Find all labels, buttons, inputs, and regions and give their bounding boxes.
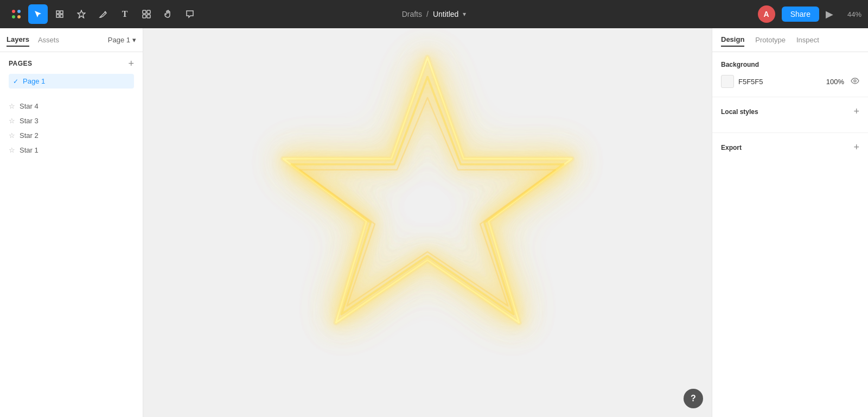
pages-section-header: Pages + (9, 59, 134, 68)
move-tool-button[interactable] (28, 4, 48, 24)
add-export-button[interactable]: + (853, 142, 859, 153)
layer-label-star2: Star 2 (20, 131, 39, 140)
layers-section: ☆ Star 4 ☆ Star 3 ☆ Star 2 ☆ Star 1 (0, 95, 143, 157)
topbar-right: A Share ▶ 44% (758, 5, 861, 23)
background-section-header: Background (721, 61, 859, 68)
pages-list: ✓ Page 1 (9, 74, 134, 89)
left-panel-tabs: Layers Assets Page 1 ▾ (0, 28, 143, 52)
add-page-button[interactable]: + (128, 59, 134, 68)
shape-tool-button[interactable] (72, 4, 91, 24)
hand-tool-button[interactable] (158, 4, 178, 24)
toolbar-left: T (7, 4, 200, 24)
right-panel: Design Prototype Inspect Background F5F5… (712, 28, 868, 417)
app-menu-button[interactable] (7, 4, 26, 24)
svg-point-2 (12, 15, 15, 18)
svg-rect-6 (56, 15, 59, 17)
svg-rect-13 (147, 15, 150, 18)
export-section-title: Export (721, 144, 742, 151)
svg-marker-18 (291, 77, 563, 314)
svg-rect-12 (143, 15, 146, 18)
background-color-swatch[interactable] (721, 75, 734, 88)
svg-rect-7 (60, 15, 63, 17)
star-icon: ☆ (9, 102, 15, 110)
breadcrumb-separator: / (426, 10, 429, 18)
neon-star-canvas (143, 28, 712, 417)
page-item-1[interactable]: ✓ Page 1 (9, 74, 134, 89)
star-icon: ☆ (9, 117, 15, 125)
tab-inspect[interactable]: Inspect (796, 34, 819, 46)
tab-prototype[interactable]: Prototype (755, 34, 786, 46)
star-icon: ☆ (9, 146, 15, 154)
local-styles-title: Local styles (721, 108, 758, 116)
svg-point-1 (17, 10, 21, 13)
svg-rect-11 (147, 10, 150, 14)
layers-list: ☆ Star 4 ☆ Star 3 ☆ Star 2 ☆ Star 1 (4, 99, 138, 157)
shape-tool-group (72, 4, 91, 24)
add-local-style-button[interactable]: + (853, 106, 859, 117)
layer-label-star4: Star 4 (20, 102, 39, 110)
page-selector[interactable]: Page 1 ▾ (108, 36, 136, 44)
tab-assets[interactable]: Assets (38, 34, 59, 46)
topbar: T Drafts / Untitled ▾ (0, 0, 868, 28)
text-tool-button[interactable]: T (115, 4, 135, 24)
title-chevron-icon[interactable]: ▾ (463, 10, 466, 18)
svg-point-0 (12, 10, 15, 13)
background-hex-value[interactable]: F5F5F5 (738, 78, 818, 86)
page-active-check-icon: ✓ (13, 78, 18, 85)
pen-tool-button[interactable] (93, 4, 113, 24)
share-button[interactable]: Share (782, 7, 819, 22)
page-selector-label: Page 1 (108, 36, 130, 44)
main-layout: Layers Assets Page 1 ▾ Pages + ✓ Page 1 (0, 28, 868, 417)
svg-rect-10 (143, 10, 146, 14)
layer-item-star2[interactable]: ☆ Star 2 (4, 129, 138, 142)
background-color-row: F5F5F5 100% (721, 75, 859, 88)
layer-label-star3: Star 3 (20, 117, 39, 125)
document-title[interactable]: Untitled (433, 10, 458, 18)
right-panel-tabs: Design Prototype Inspect (712, 28, 868, 52)
export-section: Export + (712, 133, 868, 162)
topbar-center: Drafts / Untitled ▾ (402, 10, 467, 18)
svg-marker-8 (78, 10, 85, 18)
move-tool-group (28, 4, 48, 24)
svg-rect-5 (60, 11, 63, 14)
svg-point-3 (17, 15, 21, 18)
svg-point-20 (854, 80, 856, 82)
avatar: A (758, 5, 775, 23)
present-button[interactable]: ▶ (826, 8, 833, 20)
export-header: Export + (721, 142, 859, 153)
tab-design[interactable]: Design (721, 33, 744, 47)
local-styles-header: Local styles + (721, 106, 859, 117)
help-button[interactable]: ? (684, 389, 703, 408)
svg-point-9 (105, 11, 106, 13)
breadcrumb-drafts: Drafts (402, 10, 422, 18)
page-item-label: Page 1 (23, 77, 45, 85)
pages-section: Pages + ✓ Page 1 (0, 52, 143, 95)
layer-item-star1[interactable]: ☆ Star 1 (4, 143, 138, 157)
local-styles-section: Local styles + (712, 97, 868, 133)
star-icon: ☆ (9, 131, 15, 140)
components-tool-button[interactable] (137, 4, 156, 24)
frame-tool-button[interactable] (50, 4, 69, 24)
comment-tool-button[interactable] (180, 4, 200, 24)
background-visibility-toggle[interactable] (851, 77, 859, 87)
left-panel: Layers Assets Page 1 ▾ Pages + ✓ Page 1 (0, 28, 143, 417)
canvas-area[interactable]: ? (143, 28, 712, 417)
page-selector-chevron-icon: ▾ (132, 36, 136, 44)
background-section-title: Background (721, 61, 759, 68)
zoom-level[interactable]: 44% (840, 10, 861, 18)
background-section: Background F5F5F5 100% (712, 52, 868, 97)
pages-section-title: Pages (9, 60, 33, 67)
background-opacity-value[interactable]: 100% (822, 78, 844, 86)
svg-rect-4 (56, 11, 59, 14)
canvas-inner (143, 28, 712, 417)
tab-layers[interactable]: Layers (7, 33, 29, 47)
layer-item-star3[interactable]: ☆ Star 3 (4, 114, 138, 128)
layer-label-star1: Star 1 (20, 146, 39, 154)
frame-tool-group (50, 4, 69, 24)
layer-item-star4[interactable]: ☆ Star 4 (4, 99, 138, 113)
